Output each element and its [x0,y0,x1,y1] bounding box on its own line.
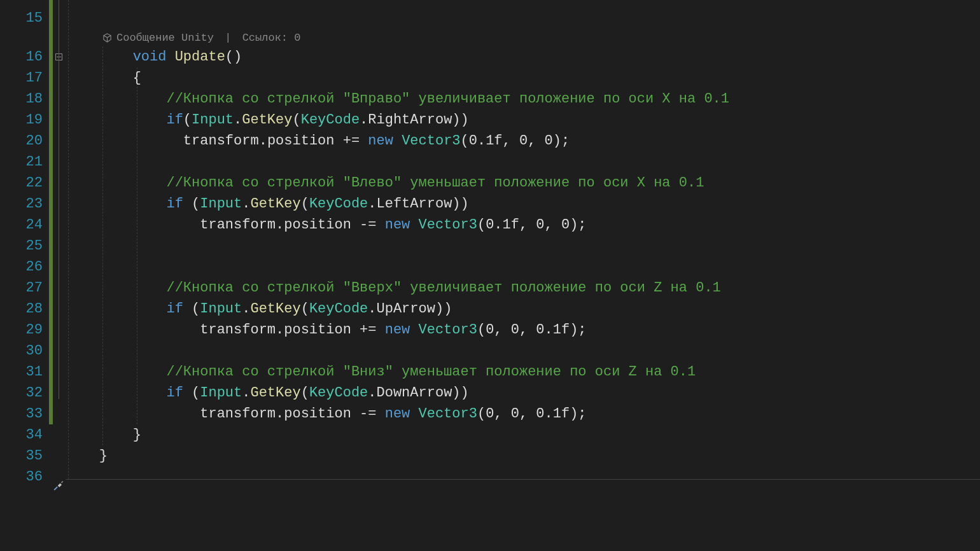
codelens[interactable]: Сообщение Unity | Ссылок: 0 [66,29,980,46]
codelens-sep: | [218,29,238,46]
type: Vector3 [402,133,460,149]
method-name: GetKey [250,301,300,317]
line-number: 23 [0,193,43,214]
code-line: transform.position -= new Vector3(0.1f, … [66,214,980,235]
code-line: } [66,424,980,445]
code-line: //Кнопка со стрелкой "Вниз" уменьшает по… [66,361,980,382]
code-line [66,340,980,361]
method-name: GetKey [242,112,292,128]
code-line: if (Input.GetKey(KeyCode.UpArrow)) [66,298,980,319]
fold-column [54,0,66,551]
line-number: 31 [0,361,43,382]
line-number: 22 [0,172,43,193]
code-line: //Кнопка со стрелкой "Вправо" увеличивае… [66,88,980,109]
code-line [66,256,980,277]
code-line [66,151,980,172]
type: Input [192,112,234,128]
code-line: transform.position += new Vector3(0, 0, … [66,319,980,340]
keyword: if [166,385,183,401]
line-number: 35 [0,445,43,466]
comment: //Кнопка со стрелкой "Вправо" увеличивае… [166,91,729,107]
line-number: 15 [0,0,43,29]
line-number-gutter: 15 16 17 18 19 20 21 22 23 24 25 26 27 2… [0,0,48,551]
method-name: GetKey [250,196,300,212]
type: Vector3 [419,406,477,422]
keyword: if [166,196,183,212]
code-line: } [66,445,980,466]
type: KeyCode [301,112,360,128]
line-number: 30 [0,340,43,361]
line-number: 16 [0,46,43,67]
method-name: Update [175,49,225,65]
type: Vector3 [419,322,477,338]
code-line [66,466,980,487]
divider [66,479,980,480]
code-line [66,235,980,256]
code-line: //Кнопка со стрелкой "Влево" уменьшает п… [66,172,980,193]
line-number: 17 [0,67,43,88]
type: KeyCode [309,385,368,401]
keyword: new [368,133,393,149]
keyword: void [133,49,167,65]
code-line: if(Input.GetKey(KeyCode.RightArrow)) [66,109,980,130]
line-number: 33 [0,403,43,424]
code-line: if (Input.GetKey(KeyCode.LeftArrow)) [66,193,980,214]
keyword: if [166,301,183,317]
line-number: 21 [0,151,43,172]
line-number: 32 [0,382,43,403]
line-number: 19 [0,109,43,130]
code-area[interactable]: Сообщение Unity | Ссылок: 0 void Update(… [66,0,980,551]
keyword: new [385,217,410,233]
keyword: new [385,406,410,422]
code-line [66,0,980,29]
type: Vector3 [419,217,477,233]
code-line: transform.position += new Vector3(0.1f, … [66,130,980,151]
type: Input [200,301,242,317]
line-number: 26 [0,256,43,277]
type: KeyCode [309,196,368,212]
type: Input [200,385,242,401]
codelens-refs: Ссылок: 0 [242,29,301,46]
line-number: 24 [0,214,43,235]
codelens-unity-message: Сообщение Unity [116,29,214,46]
line-number: 25 [0,235,43,256]
line-number: 27 [0,277,43,298]
line-number: 28 [0,298,43,319]
line-number: 36 [0,466,43,487]
code-editor[interactable]: 15 16 17 18 19 20 21 22 23 24 25 26 27 2… [0,0,980,551]
type: Input [200,196,242,212]
change-marker-column [48,0,54,551]
code-line: transform.position -= new Vector3(0, 0, … [66,403,980,424]
code-line: if (Input.GetKey(KeyCode.DownArrow)) [66,382,980,403]
line-number: 18 [0,88,43,109]
line-number: 20 [0,130,43,151]
keyword: new [385,322,410,338]
code-line: { [66,67,980,88]
keyword: if [166,112,183,128]
code-line: void Update() [66,46,980,67]
type: KeyCode [309,301,368,317]
comment: //Кнопка со стрелкой "Влево" уменьшает п… [166,175,704,191]
comment: //Кнопка со стрелкой "Вниз" уменьшает по… [166,364,696,380]
line-number: 29 [0,319,43,340]
comment: //Кнопка со стрелкой "Вверх" увеличивает… [166,280,720,296]
method-name: GetKey [250,385,300,401]
unity-cube-icon [102,33,112,43]
line-number: 34 [0,424,43,445]
code-line: //Кнопка со стрелкой "Вверх" увеличивает… [66,277,980,298]
